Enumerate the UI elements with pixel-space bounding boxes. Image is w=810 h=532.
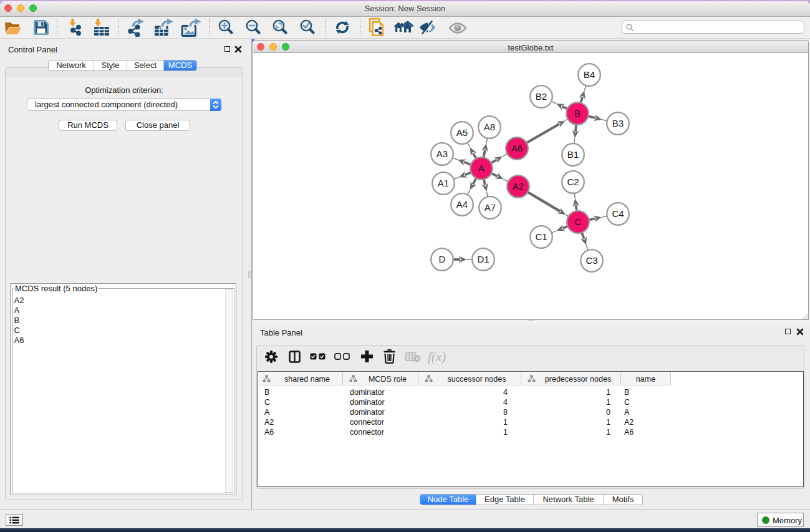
- svg-text:A4: A4: [456, 199, 468, 210]
- svg-text:A5: A5: [456, 127, 468, 138]
- svg-text:B: B: [574, 108, 581, 118]
- svg-text:A1: A1: [438, 178, 449, 188]
- svg-text:A2: A2: [513, 181, 524, 191]
- svg-text:C: C: [575, 216, 582, 227]
- svg-text:A: A: [478, 163, 485, 173]
- svg-text:C1: C1: [535, 231, 547, 242]
- svg-text:C4: C4: [612, 208, 624, 219]
- svg-text:D: D: [439, 254, 446, 264]
- svg-text:A7: A7: [485, 202, 496, 213]
- svg-text:D1: D1: [477, 254, 489, 264]
- svg-text:A3: A3: [436, 148, 448, 159]
- svg-text:B2: B2: [536, 91, 547, 102]
- svg-text:C2: C2: [567, 177, 579, 187]
- svg-text:A6: A6: [511, 143, 523, 153]
- svg-text:B4: B4: [584, 69, 595, 80]
- svg-text:C3: C3: [586, 255, 597, 266]
- svg-text:B3: B3: [612, 118, 624, 128]
- svg-text:A8: A8: [484, 122, 495, 132]
- svg-text:B1: B1: [567, 149, 579, 160]
